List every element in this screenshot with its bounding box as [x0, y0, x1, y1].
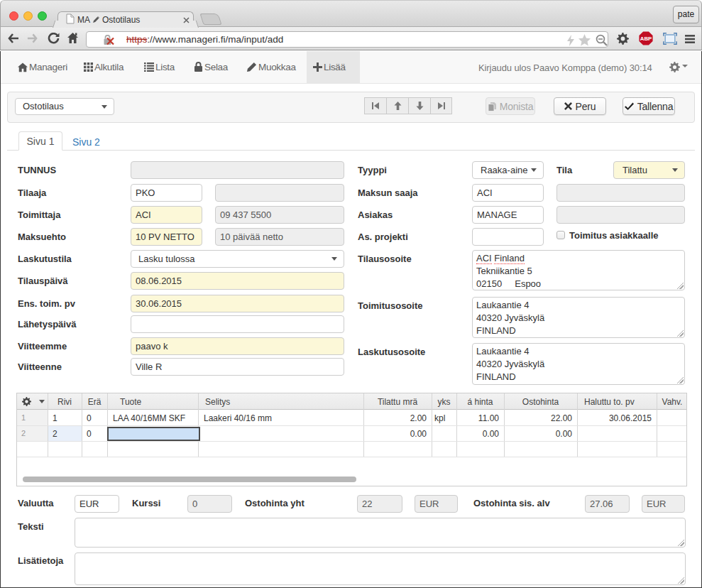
svg-text:ABP: ABP: [640, 36, 652, 42]
